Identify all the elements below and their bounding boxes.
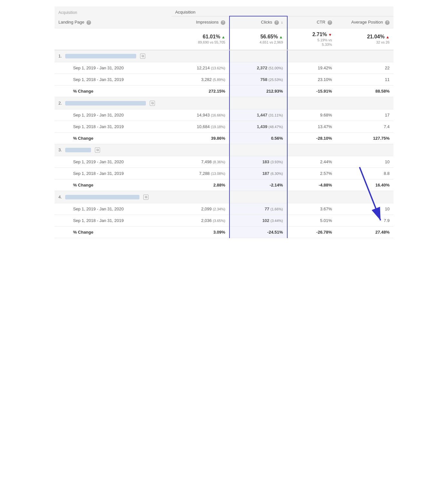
row-1-date2-clicks: 758 (25.53%) <box>229 74 287 86</box>
copy-icon-2[interactable]: ⧉ <box>150 101 155 106</box>
row-2-date2-label: Sep 1, 2018 - Jan 31, 2019 <box>64 121 171 132</box>
row-4-date2-clicks: 102 (3.44%) <box>229 215 287 226</box>
row-4-date1-label: Sep 1, 2019 - Jan 31, 2020 <box>64 203 171 215</box>
blurred-url-1 <box>65 54 136 58</box>
row-index-4: 4. <box>55 191 64 203</box>
row-3-date1-clicks: 183 (3.93%) <box>229 156 287 168</box>
summary-clicks: 56.65% ▲ 4,651 vs 2,969 <box>229 28 287 50</box>
row-4-change-label: % Change <box>64 226 171 238</box>
row-1-date1-avg: 22 <box>336 62 393 74</box>
row-4-change-impressions: 3.09% <box>171 226 229 238</box>
row-4-ctr-blank <box>287 191 336 203</box>
row-3-date1-ctr: 2.44% <box>287 156 336 168</box>
row-1-date1-label: Sep 1, 2019 - Jan 31, 2020 <box>64 62 171 74</box>
row-index-2: 2. <box>55 97 64 109</box>
row-3-avg-blank <box>336 144 393 156</box>
row-2-change-ctr: -28.10% <box>287 132 336 144</box>
row-4-clicks-blank <box>229 191 287 203</box>
table-row: Sep 1, 2018 - Jan 31, 2019 3,282 (5.89%)… <box>55 74 393 86</box>
avg-position-help-icon[interactable]: ? <box>385 20 390 25</box>
landing-page-help-icon[interactable]: ? <box>87 20 91 25</box>
table-row: Sep 1, 2019 - Jan 31, 2020 12,214 (13.62… <box>55 62 393 74</box>
row-3-landing-page: ⧉ <box>64 144 171 156</box>
row-3-date2-avg: 8.8 <box>336 168 393 179</box>
row-2-change-impressions: 39.86% <box>171 132 229 144</box>
clicks-up-arrow: ▲ <box>279 35 283 39</box>
row-1-date2-label: Sep 1, 2018 - Jan 31, 2019 <box>64 74 171 86</box>
table-row: % Change 272.15% 212.93% -15.91% 88.58% <box>55 86 393 97</box>
row-2-date1-impressions: 14,943 (16.66%) <box>171 109 229 121</box>
row-4-date2-avg: 7.9 <box>336 215 393 226</box>
row-3-impressions-blank <box>171 144 229 156</box>
row-4-date1-ctr: 3.67% <box>287 203 336 215</box>
row-3-change-clicks: -2.14% <box>229 179 287 191</box>
row-1-change-clicks: 212.93% <box>229 86 287 97</box>
summary-ctr: 2.71% ▼ 5.19% vs 5.33% <box>287 28 336 50</box>
row-4-landing-page: ⧉ <box>64 191 171 203</box>
row-2-date1-avg: 17 <box>336 109 393 121</box>
table-row: Sep 1, 2018 - Jan 31, 2019 2,036 (3.65%)… <box>55 215 393 226</box>
copy-icon-1[interactable]: ⧉ <box>140 54 145 59</box>
row-2-date1-label: Sep 1, 2019 - Jan 31, 2020 <box>64 109 171 121</box>
row-3-date2-clicks: 187 (6.30%) <box>229 168 287 179</box>
sort-arrow-icon[interactable]: ↓ <box>281 20 283 25</box>
impressions-help-icon[interactable]: ? <box>221 20 225 25</box>
row-2-date2-impressions: 10,684 (19.18%) <box>171 121 229 132</box>
row-1-date1-impressions: 12,214 (13.62%) <box>171 62 229 74</box>
row-4-date2-ctr: 5.01% <box>287 215 336 226</box>
row-2-landing-page: ⧉ <box>64 97 171 109</box>
table-row: % Change 39.86% 0.56% -28.10% 127.75% <box>55 132 393 144</box>
table-row: 3. ⧉ <box>55 144 393 156</box>
row-3-change-ctr: -4.88% <box>287 179 336 191</box>
impressions-header: Impressions ? <box>171 16 229 28</box>
row-4-impressions-blank <box>171 191 229 203</box>
row-2-date2-avg: 7.4 <box>336 121 393 132</box>
row-2-avg-blank <box>336 97 393 109</box>
row-2-date1-ctr: 9.68% <box>287 109 336 121</box>
row-1-change-avg: 88.58% <box>336 86 393 97</box>
row-2-date2-ctr: 13.47% <box>287 121 336 132</box>
row-3-clicks-blank <box>229 144 287 156</box>
row-1-change-ctr: -15.91% <box>287 86 336 97</box>
row-1-date2-ctr: 23.10% <box>287 74 336 86</box>
copy-icon-3[interactable]: ⧉ <box>95 147 100 153</box>
table-row: 1. ⧉ <box>55 50 393 62</box>
row-4-change-ctr: -26.78% <box>287 226 336 238</box>
table-row: % Change 3.09% -24.51% -26.78% 27.48% <box>55 226 393 238</box>
row-3-date1-impressions: 7,498 (8.36%) <box>171 156 229 168</box>
row-3-date2-impressions: 7,288 (13.08%) <box>171 168 229 179</box>
row-1-impressions-blank <box>171 50 229 62</box>
acquisition-group-label: Acquisition <box>171 6 393 16</box>
row-1-change-impressions: 272.15% <box>171 86 229 97</box>
row-1-ctr-blank <box>287 50 336 62</box>
row-4-date1-impressions: 2,099 (2.34%) <box>171 203 229 215</box>
row-4-avg-blank <box>336 191 393 203</box>
table-row: Sep 1, 2019 - Jan 31, 2020 14,943 (16.66… <box>55 109 393 121</box>
table-row: Sep 1, 2019 - Jan 31, 2020 7,498 (8.36%)… <box>55 156 393 168</box>
row-1-date1-ctr: 19.42% <box>287 62 336 74</box>
row-3-ctr-blank <box>287 144 336 156</box>
row-2-date2-clicks: 1,439 (48.47%) <box>229 121 287 132</box>
ctr-header: CTR ? <box>287 16 336 28</box>
table-row: 4. ⧉ <box>55 191 393 203</box>
row-3-change-avg: 16.40% <box>336 179 393 191</box>
clicks-help-icon[interactable]: ? <box>274 20 279 25</box>
row-2-date1-clicks: 1,447 (31.11%) <box>229 109 287 121</box>
row-3-change-label: % Change <box>64 179 171 191</box>
row-1-clicks-blank <box>229 50 287 62</box>
row-4-date1-avg: 10 <box>336 203 393 215</box>
ctr-help-icon[interactable]: ? <box>328 20 332 25</box>
row-1-date2-avg: 11 <box>336 74 393 86</box>
landing-page-header: Landing Page ? <box>55 16 171 28</box>
table-row: Sep 1, 2019 - Jan 31, 2020 2,099 (2.34%)… <box>55 203 393 215</box>
blurred-url-4 <box>65 195 139 199</box>
impressions-up-arrow: ▲ <box>221 35 225 39</box>
table-row: Sep 1, 2018 - Jan 31, 2019 10,684 (19.18… <box>55 121 393 132</box>
row-1-change-label: % Change <box>64 86 171 97</box>
row-2-ctr-blank <box>287 97 336 109</box>
row-2-change-avg: 127.75% <box>336 132 393 144</box>
row-3-date1-label: Sep 1, 2019 - Jan 31, 2020 <box>64 156 171 168</box>
row-2-change-label: % Change <box>64 132 171 144</box>
summary-avg-position: 21.04% ▲ 32 vs 26 <box>336 28 393 50</box>
copy-icon-4[interactable]: ⧉ <box>143 195 148 200</box>
